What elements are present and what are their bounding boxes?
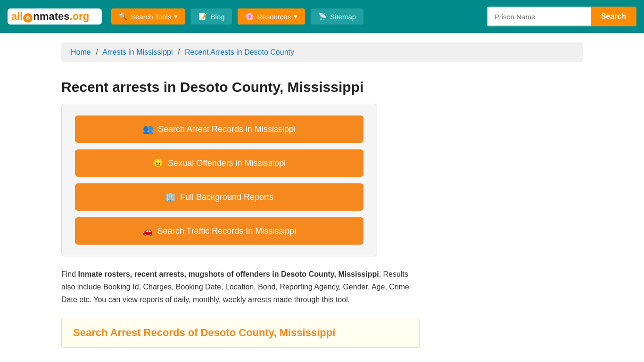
search-tools-chevron: ▾ xyxy=(174,12,178,21)
sexual-offenders-label: Sexual Offenders in Mississippi xyxy=(168,158,286,168)
desc-bold: Inmate rosters, recent arrests, mugshots… xyxy=(78,270,379,278)
background-reports-icon: 🏢 xyxy=(165,192,175,202)
arrest-records-label: Search Arrest Records in Mississippi xyxy=(158,124,296,134)
search-section: Search Arrest Records of Desoto County, … xyxy=(61,318,420,348)
traffic-records-button[interactable]: 🚗 Search Traffic Records In Mississippi xyxy=(75,217,363,245)
traffic-records-icon: 🚗 xyxy=(142,226,153,236)
breadcrumb-arrests-mississippi[interactable]: Arrests in Mississippi xyxy=(102,48,173,56)
breadcrumb-sep-1: / xyxy=(96,48,98,56)
blog-label: Blog xyxy=(210,13,224,21)
background-reports-label: Full Background Reports xyxy=(180,192,273,202)
desc-intro: Find xyxy=(61,270,78,278)
page-title: Recent arrests in Desoto County, Mississ… xyxy=(61,79,583,95)
sitemap-label: Sitemap xyxy=(330,13,356,21)
blog-button[interactable]: 📝 Blog xyxy=(191,8,232,25)
search-tools-label: Search Tools xyxy=(131,13,171,21)
traffic-records-label: Search Traffic Records In Mississippi xyxy=(157,226,297,236)
resources-chevron: ▾ xyxy=(294,12,297,21)
background-reports-button[interactable]: 🏢 Full Background Reports xyxy=(75,183,363,211)
header: all⚙nmates.org 🔍 Search Tools ▾ 📝 Blog 🌸… xyxy=(0,0,644,33)
resources-label: Resources xyxy=(257,13,291,21)
prison-name-input[interactable] xyxy=(487,7,591,26)
action-button-box: 👥 Search Arrest Records in Mississippi 😠… xyxy=(61,104,377,256)
logo-text: all⚙nmates.org xyxy=(11,10,89,23)
logo-icon: ⚙ xyxy=(23,13,33,23)
resources-icon: 🌸 xyxy=(245,12,254,21)
search-tools-icon: 🔍 xyxy=(119,12,128,21)
description-text: Find Inmate rosters, recent arrests, mug… xyxy=(61,268,420,306)
sitemap-icon: 📡 xyxy=(318,12,327,21)
search-section-title: Search Arrest Records of Desoto County, … xyxy=(73,327,408,339)
arrest-records-button[interactable]: 👥 Search Arrest Records in Mississippi xyxy=(75,115,363,143)
logo[interactable]: all⚙nmates.org xyxy=(8,8,102,25)
header-search: Search xyxy=(487,7,636,26)
resources-button[interactable]: 🌸 Resources ▾ xyxy=(238,8,305,25)
breadcrumb-sep-2: / xyxy=(178,48,180,56)
sexual-offenders-button[interactable]: 😠 Sexual Offenders in Mississippi xyxy=(75,149,363,177)
header-search-button[interactable]: Search xyxy=(591,7,636,26)
main-content: Recent arrests in Desoto County, Mississ… xyxy=(0,62,644,357)
breadcrumb-current: Recent Arrests in Desoto County xyxy=(185,48,294,56)
sitemap-button[interactable]: 📡 Sitemap xyxy=(311,8,363,25)
arrest-records-icon: 👥 xyxy=(143,124,153,134)
breadcrumb: Home / Arrests in Mississippi / Recent A… xyxy=(61,42,583,62)
sexual-offenders-icon: 😠 xyxy=(153,158,163,168)
blog-icon: 📝 xyxy=(198,12,207,21)
breadcrumb-home[interactable]: Home xyxy=(71,48,91,56)
search-tools-button[interactable]: 🔍 Search Tools ▾ xyxy=(111,8,185,25)
header-search-label: Search xyxy=(601,12,626,20)
